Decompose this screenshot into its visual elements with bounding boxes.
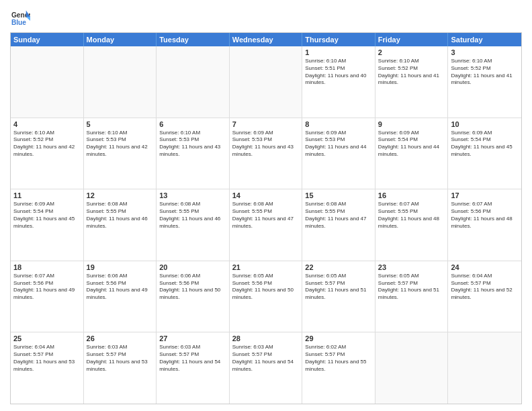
calendar-cell: 14Sunrise: 6:08 AMSunset: 5:55 PMDayligh… <box>230 189 303 261</box>
cell-info: Sunrise: 6:06 AMSunset: 5:56 PMDaylight:… <box>159 273 226 302</box>
day-number: 25 <box>13 334 81 342</box>
cell-info: Sunrise: 6:09 AMSunset: 5:53 PMDaylight:… <box>232 130 300 158</box>
day-number: 9 <box>378 120 445 128</box>
day-number: 13 <box>159 191 226 199</box>
day-number: 27 <box>159 334 226 342</box>
calendar-cell <box>11 46 84 118</box>
day-number: 5 <box>87 120 154 128</box>
calendar-cell: 21Sunrise: 6:05 AMSunset: 5:56 PMDayligh… <box>230 261 303 332</box>
day-number: 11 <box>13 191 81 199</box>
day-number: 18 <box>13 263 81 271</box>
svg-text:Blue: Blue <box>11 19 26 26</box>
calendar-cell: 15Sunrise: 6:08 AMSunset: 5:55 PMDayligh… <box>302 189 375 261</box>
day-header-friday: Friday <box>375 33 449 46</box>
day-number: 14 <box>232 191 300 199</box>
cell-info: Sunrise: 6:08 AMSunset: 5:55 PMDaylight:… <box>159 201 226 230</box>
calendar-week-4: 18Sunrise: 6:07 AMSunset: 5:56 PMDayligh… <box>11 261 521 333</box>
cell-info: Sunrise: 6:03 AMSunset: 5:57 PMDaylight:… <box>232 344 300 373</box>
cell-info: Sunrise: 6:08 AMSunset: 5:55 PMDaylight:… <box>305 201 372 230</box>
calendar-cell: 27Sunrise: 6:03 AMSunset: 5:57 PMDayligh… <box>157 332 230 404</box>
calendar-cell: 28Sunrise: 6:03 AMSunset: 5:57 PMDayligh… <box>230 332 303 404</box>
day-header-tuesday: Tuesday <box>157 33 230 46</box>
day-number: 15 <box>305 191 372 199</box>
cell-info: Sunrise: 6:07 AMSunset: 5:55 PMDaylight:… <box>378 201 445 230</box>
calendar-cell: 22Sunrise: 6:05 AMSunset: 5:57 PMDayligh… <box>302 261 375 332</box>
calendar-cell <box>375 332 449 404</box>
day-number: 6 <box>159 120 226 128</box>
calendar-cell: 1Sunrise: 6:10 AMSunset: 5:51 PMDaylight… <box>302 46 375 118</box>
day-header-saturday: Saturday <box>448 33 521 46</box>
calendar-body: 1Sunrise: 6:10 AMSunset: 5:51 PMDaylight… <box>11 46 521 404</box>
calendar-cell: 18Sunrise: 6:07 AMSunset: 5:56 PMDayligh… <box>11 261 84 332</box>
cell-info: Sunrise: 6:02 AMSunset: 5:57 PMDaylight:… <box>305 344 372 373</box>
day-number: 29 <box>305 334 372 342</box>
cell-info: Sunrise: 6:04 AMSunset: 5:57 PMDaylight:… <box>451 273 519 302</box>
cell-info: Sunrise: 6:10 AMSunset: 5:52 PMDaylight:… <box>451 58 519 87</box>
day-number: 19 <box>87 263 154 271</box>
calendar-cell: 11Sunrise: 6:09 AMSunset: 5:54 PMDayligh… <box>11 189 84 261</box>
calendar-cell: 8Sunrise: 6:09 AMSunset: 5:53 PMDaylight… <box>302 118 375 189</box>
day-number: 26 <box>87 334 154 342</box>
calendar-week-1: 1Sunrise: 6:10 AMSunset: 5:51 PMDaylight… <box>11 46 521 118</box>
cell-info: Sunrise: 6:09 AMSunset: 5:54 PMDaylight:… <box>451 130 519 158</box>
cell-info: Sunrise: 6:09 AMSunset: 5:54 PMDaylight:… <box>13 201 81 230</box>
calendar-cell: 29Sunrise: 6:02 AMSunset: 5:57 PMDayligh… <box>302 332 375 404</box>
calendar-cell: 26Sunrise: 6:03 AMSunset: 5:57 PMDayligh… <box>84 332 157 404</box>
cell-info: Sunrise: 6:10 AMSunset: 5:52 PMDaylight:… <box>378 58 445 87</box>
calendar: SundayMondayTuesdayWednesdayThursdayFrid… <box>10 32 522 404</box>
day-number: 4 <box>13 120 81 128</box>
day-number: 7 <box>232 120 300 128</box>
calendar-cell: 4Sunrise: 6:10 AMSunset: 5:52 PMDaylight… <box>11 118 84 189</box>
calendar-cell: 20Sunrise: 6:06 AMSunset: 5:56 PMDayligh… <box>157 261 230 332</box>
calendar-cell: 9Sunrise: 6:09 AMSunset: 5:54 PMDaylight… <box>375 118 449 189</box>
calendar-cell: 5Sunrise: 6:10 AMSunset: 5:53 PMDaylight… <box>84 118 157 189</box>
calendar-cell <box>84 46 157 118</box>
cell-info: Sunrise: 6:05 AMSunset: 5:57 PMDaylight:… <box>378 273 445 302</box>
calendar-cell: 16Sunrise: 6:07 AMSunset: 5:55 PMDayligh… <box>375 189 449 261</box>
calendar-cell: 2Sunrise: 6:10 AMSunset: 5:52 PMDaylight… <box>375 46 449 118</box>
cell-info: Sunrise: 6:06 AMSunset: 5:56 PMDaylight:… <box>87 273 154 302</box>
day-number: 10 <box>451 120 519 128</box>
day-number: 24 <box>451 263 519 271</box>
calendar-cell: 19Sunrise: 6:06 AMSunset: 5:56 PMDayligh… <box>84 261 157 332</box>
calendar-cell: 13Sunrise: 6:08 AMSunset: 5:55 PMDayligh… <box>157 189 230 261</box>
calendar-week-5: 25Sunrise: 6:04 AMSunset: 5:57 PMDayligh… <box>11 332 521 404</box>
calendar-cell: 10Sunrise: 6:09 AMSunset: 5:54 PMDayligh… <box>448 118 521 189</box>
cell-info: Sunrise: 6:04 AMSunset: 5:57 PMDaylight:… <box>13 344 81 373</box>
calendar-cell: 25Sunrise: 6:04 AMSunset: 5:57 PMDayligh… <box>11 332 84 404</box>
day-number: 1 <box>305 48 372 56</box>
calendar-cell: 3Sunrise: 6:10 AMSunset: 5:52 PMDaylight… <box>448 46 521 118</box>
calendar-cell <box>157 46 230 118</box>
day-number: 12 <box>87 191 154 199</box>
cell-info: Sunrise: 6:10 AMSunset: 5:52 PMDaylight:… <box>13 130 81 158</box>
calendar-cell <box>230 46 303 118</box>
cell-info: Sunrise: 6:03 AMSunset: 5:57 PMDaylight:… <box>159 344 226 373</box>
calendar-cell: 24Sunrise: 6:04 AMSunset: 5:57 PMDayligh… <box>448 261 521 332</box>
day-number: 20 <box>159 263 226 271</box>
cell-info: Sunrise: 6:10 AMSunset: 5:53 PMDaylight:… <box>87 130 154 158</box>
cell-info: Sunrise: 6:05 AMSunset: 5:57 PMDaylight:… <box>305 273 372 302</box>
day-header-sunday: Sunday <box>11 33 84 46</box>
calendar-cell: 6Sunrise: 6:10 AMSunset: 5:53 PMDaylight… <box>157 118 230 189</box>
day-number: 17 <box>451 191 519 199</box>
calendar-week-3: 11Sunrise: 6:09 AMSunset: 5:54 PMDayligh… <box>11 189 521 261</box>
day-number: 16 <box>378 191 445 199</box>
logo: General Blue <box>10 9 30 28</box>
day-number: 28 <box>232 334 300 342</box>
cell-info: Sunrise: 6:03 AMSunset: 5:57 PMDaylight:… <box>87 344 154 373</box>
day-number: 21 <box>232 263 300 271</box>
calendar-cell: 7Sunrise: 6:09 AMSunset: 5:53 PMDaylight… <box>230 118 303 189</box>
cell-info: Sunrise: 6:05 AMSunset: 5:56 PMDaylight:… <box>232 273 300 302</box>
calendar-cell: 17Sunrise: 6:07 AMSunset: 5:56 PMDayligh… <box>448 189 521 261</box>
calendar-cell: 23Sunrise: 6:05 AMSunset: 5:57 PMDayligh… <box>375 261 449 332</box>
day-header-monday: Monday <box>84 33 157 46</box>
cell-info: Sunrise: 6:10 AMSunset: 5:53 PMDaylight:… <box>159 130 226 158</box>
cell-info: Sunrise: 6:07 AMSunset: 5:56 PMDaylight:… <box>451 201 519 230</box>
cell-info: Sunrise: 6:10 AMSunset: 5:51 PMDaylight:… <box>305 58 372 87</box>
day-number: 8 <box>305 120 372 128</box>
cell-info: Sunrise: 6:08 AMSunset: 5:55 PMDaylight:… <box>232 201 300 230</box>
page-header: General Blue <box>10 7 522 28</box>
calendar-week-2: 4Sunrise: 6:10 AMSunset: 5:52 PMDaylight… <box>11 118 521 190</box>
cell-info: Sunrise: 6:07 AMSunset: 5:56 PMDaylight:… <box>13 273 81 302</box>
cell-info: Sunrise: 6:08 AMSunset: 5:55 PMDaylight:… <box>87 201 154 230</box>
